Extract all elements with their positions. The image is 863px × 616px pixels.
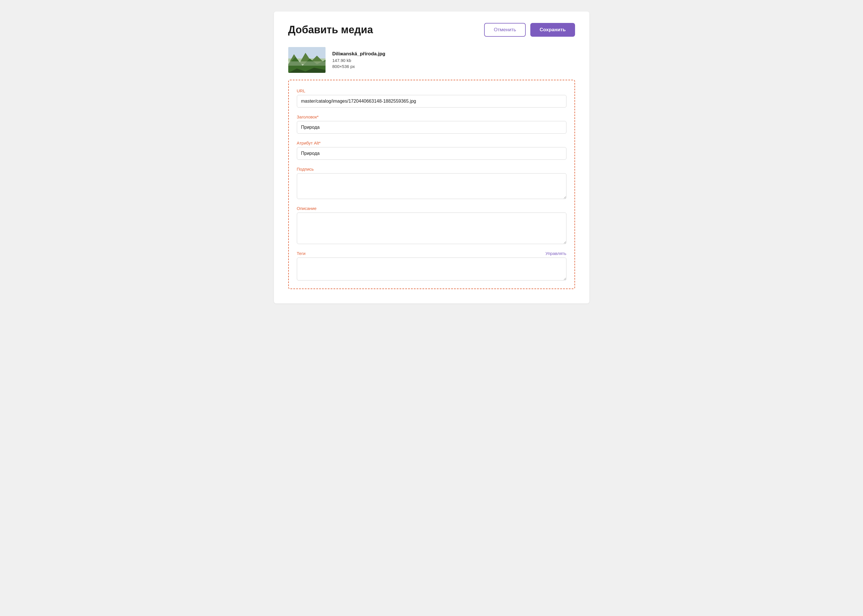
alt-label: Атрибут Alt* xyxy=(297,140,566,145)
title-field: Заголовок* xyxy=(297,115,566,134)
file-name: Diliжanská_příroda.jpg xyxy=(332,51,385,57)
svg-rect-4 xyxy=(288,61,325,66)
caption-textarea[interactable] xyxy=(297,173,566,199)
tags-field: Теги Управлять xyxy=(297,251,566,280)
form-container: URL Заголовок* Атрибут Alt* Подпись Опис… xyxy=(288,80,575,289)
caption-label: Подпись xyxy=(297,167,566,171)
description-label: Описание xyxy=(297,206,566,211)
tags-header: Теги Управлять xyxy=(297,251,566,256)
title-required-mark: * xyxy=(317,115,319,119)
file-dimensions: 800×536 px xyxy=(332,64,385,69)
alt-required-mark: * xyxy=(319,140,321,145)
file-size: 147.90 kb xyxy=(332,58,385,63)
page-title: Добавить медиа xyxy=(288,24,373,36)
caption-field: Подпись xyxy=(297,167,566,199)
header-buttons: Отменить Сохранить xyxy=(484,23,575,37)
description-field: Описание xyxy=(297,206,566,244)
description-textarea[interactable] xyxy=(297,212,566,244)
url-input[interactable] xyxy=(297,95,566,108)
page-header: Добавить медиа Отменить Сохранить xyxy=(288,23,575,37)
alt-input[interactable] xyxy=(297,147,566,160)
alt-field: Атрибут Alt* xyxy=(297,140,566,160)
url-field: URL xyxy=(297,88,566,108)
page-container: Добавить медиа Отменить Сохранить xyxy=(274,11,589,303)
manage-tags-link[interactable]: Управлять xyxy=(545,251,566,256)
cancel-button[interactable]: Отменить xyxy=(484,23,526,37)
file-info-row: Diliжanská_příroda.jpg 147.90 kb 800×536… xyxy=(288,47,575,73)
title-label: Заголовок* xyxy=(297,115,566,119)
tags-label: Теги xyxy=(297,251,306,256)
url-label: URL xyxy=(297,88,566,93)
file-details: Diliжanská_příroda.jpg 147.90 kb 800×536… xyxy=(332,51,385,69)
image-thumbnail xyxy=(288,47,325,73)
save-button[interactable]: Сохранить xyxy=(530,23,575,37)
tags-textarea[interactable] xyxy=(297,258,566,280)
title-input[interactable] xyxy=(297,121,566,134)
